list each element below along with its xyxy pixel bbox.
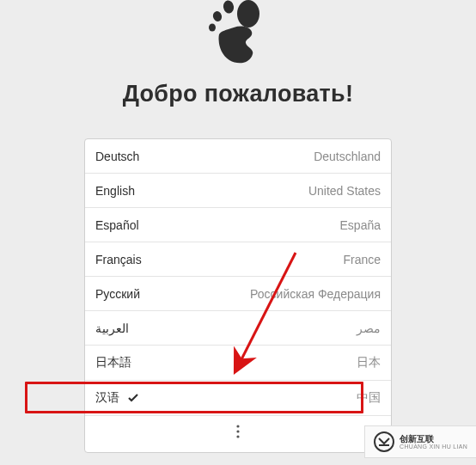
language-row-deutsch[interactable]: Deutsch Deutschland (85, 139, 391, 174)
svg-point-1 (223, 0, 235, 14)
country-name: United States (308, 184, 381, 198)
language-name: Русский (95, 287, 140, 301)
language-name: 汉语 (95, 390, 138, 406)
svg-point-3 (209, 24, 216, 32)
country-name: 中国 (357, 390, 381, 406)
language-row-espanol[interactable]: Español España (85, 208, 391, 242)
svg-point-6 (236, 435, 239, 437)
svg-point-0 (237, 0, 259, 28)
language-row-chinese[interactable]: 汉语 中国 (85, 381, 391, 416)
language-row-english[interactable]: English United States (85, 174, 391, 208)
language-row-francais[interactable]: Français France (85, 242, 391, 277)
country-name: France (343, 253, 381, 266)
language-name: English (95, 184, 135, 198)
language-name: Deutsch (95, 150, 139, 163)
language-name: 日本語 (95, 355, 131, 370)
gnome-logo-icon (205, 0, 271, 70)
country-name: Российская Федерация (250, 287, 381, 301)
svg-point-8 (375, 432, 394, 451)
welcome-title: Добро пожаловать! (123, 81, 354, 107)
svg-point-2 (212, 10, 223, 22)
svg-point-4 (236, 425, 239, 427)
language-name: Español (95, 218, 139, 232)
country-name: Deutschland (314, 150, 381, 163)
language-name: Français (95, 253, 142, 266)
language-row-arabic[interactable]: العربية مصر (85, 311, 391, 346)
initial-setup-container: Добро пожаловать! Deutsch Deutschland En… (0, 0, 476, 453)
country-name: España (340, 218, 381, 232)
country-name: 日本 (357, 355, 381, 370)
watermark: 创新互联 CHUANG XIN HU LIAN (364, 425, 476, 458)
more-icon (236, 425, 240, 442)
language-row-russian[interactable]: Русский Российская Федерация (85, 277, 391, 311)
language-list: Deutsch Deutschland English United State… (84, 138, 392, 453)
country-name: مصر (357, 321, 381, 335)
svg-point-5 (236, 430, 239, 432)
language-row-japanese[interactable]: 日本語 日本 (85, 346, 391, 381)
watermark-logo-icon (374, 431, 394, 452)
language-name: العربية (95, 321, 129, 335)
check-icon (128, 391, 138, 405)
watermark-text: 创新互联 CHUANG XIN HU LIAN (400, 434, 467, 450)
more-languages-button[interactable] (85, 416, 391, 452)
